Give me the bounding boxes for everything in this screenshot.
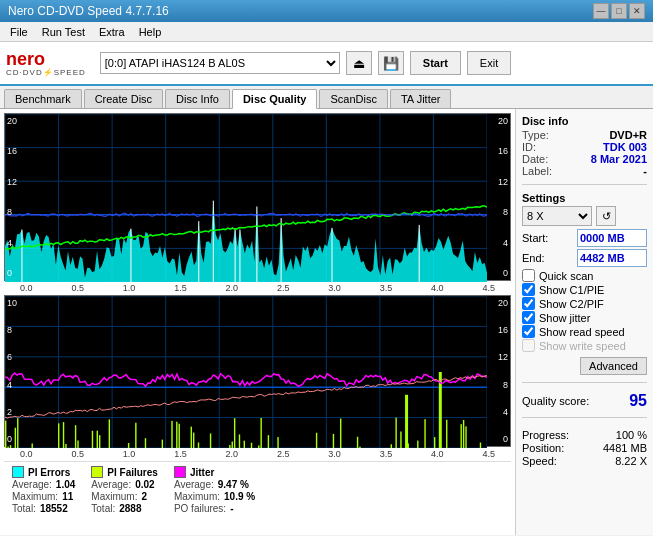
progress-value: 100 % [616,429,647,441]
title-bar-buttons: — □ ✕ [593,3,645,19]
main-content: 201612840 201612840 0.00.51.01.52.0 2.53… [0,109,653,535]
pi-failures-color [91,466,103,478]
c1pie-checkbox[interactable] [522,283,535,296]
write-speed-label: Show write speed [539,340,626,352]
type-label: Type: [522,129,549,141]
pi-failures-avg-value: 0.02 [135,479,154,490]
pi-errors-total-label: Total: [12,503,36,514]
c2pif-label: Show C2/PIF [539,298,604,310]
pi-failures-max-label: Maximum: [91,491,137,502]
quality-score-value: 95 [629,392,647,410]
checkbox-quick-scan: Quick scan [522,269,647,282]
pi-errors-color [12,466,24,478]
menu-bar: File Run Test Extra Help [0,22,653,42]
disc-label-label: Label: [522,165,552,177]
checkbox-c2pif: Show C2/PIF [522,297,647,310]
legend-area: PI Errors Average: 1.04 Maximum: 11 Tota… [4,461,511,518]
menu-help[interactable]: Help [133,24,168,40]
speed-row: 8 X Max 4 X 12 X 16 X ↺ [522,206,647,226]
date-value: 8 Mar 2021 [591,153,647,165]
id-label: ID: [522,141,536,153]
divider-2 [522,382,647,383]
charts-area: 201612840 201612840 0.00.51.01.52.0 2.53… [0,109,515,535]
speed-select[interactable]: 8 X Max 4 X 12 X 16 X [522,206,592,226]
progress-label: Progress: [522,429,569,441]
menu-file[interactable]: File [4,24,34,40]
jitter-max-label: Maximum: [174,491,220,502]
pi-errors-total-value: 18552 [40,503,68,514]
right-panel: Disc info Type: DVD+R ID: TDK 003 Date: … [515,109,653,535]
logo: nero CD·DVD⚡SPEED [6,50,86,77]
pi-failures-total-value: 2888 [119,503,141,514]
disc-info-title: Disc info [522,115,647,127]
speed-value: 8.22 X [615,455,647,467]
position-label: Position: [522,442,564,454]
advanced-button[interactable]: Advanced [580,357,647,375]
checkbox-read-speed: Show read speed [522,325,647,338]
disc-info-section: Disc info Type: DVD+R ID: TDK 003 Date: … [522,115,647,177]
read-speed-label: Show read speed [539,326,625,338]
pi-errors-avg-value: 1.04 [56,479,75,490]
nero-sub: CD·DVD⚡SPEED [6,68,86,77]
exit-button[interactable]: Exit [467,51,511,75]
quality-score-label: Quality score: [522,395,589,407]
settings-title: Settings [522,192,647,204]
pi-errors-max-label: Maximum: [12,491,58,502]
checkbox-c1pie: Show C1/PIE [522,283,647,296]
minimize-button[interactable]: — [593,3,609,19]
type-value: DVD+R [609,129,647,141]
date-label: Date: [522,153,548,165]
tab-benchmark[interactable]: Benchmark [4,89,82,108]
pi-errors-max-value: 11 [62,491,73,502]
progress-section: Progress: 100 % Position: 4481 MB Speed:… [522,429,647,468]
nero-logo: nero [6,50,86,68]
read-speed-checkbox[interactable] [522,325,535,338]
disc-label-value: - [643,165,647,177]
jitter-po-value: - [230,503,233,514]
menu-extra[interactable]: Extra [93,24,131,40]
jitter-title: Jitter [190,467,214,478]
tab-disc-info[interactable]: Disc Info [165,89,230,108]
tab-create-disc[interactable]: Create Disc [84,89,163,108]
jitter-max-value: 10.9 % [224,491,255,502]
title-bar: Nero CD-DVD Speed 4.7.7.16 — □ ✕ [0,0,653,22]
c2pif-checkbox[interactable] [522,297,535,310]
top-chart-x-axis: 0.00.51.01.52.0 2.53.03.54.04.5 [4,281,511,295]
jitter-avg-value: 9.47 % [218,479,249,490]
pi-failures-max-value: 2 [141,491,147,502]
checkbox-write-speed: Show write speed [522,339,647,352]
pi-errors-avg-label: Average: [12,479,52,490]
legend-jitter: Jitter Average: 9.47 % Maximum: 10.9 % P… [174,466,255,514]
tab-scan-disc[interactable]: ScanDisc [319,89,387,108]
end-label: End: [522,252,545,264]
quick-scan-label: Quick scan [539,270,593,282]
pi-errors-title: PI Errors [28,467,70,478]
end-input[interactable] [577,249,647,267]
jitter-po-label: PO failures: [174,503,226,514]
tab-ta-jitter[interactable]: TA Jitter [390,89,452,108]
pi-failures-total-label: Total: [91,503,115,514]
tab-disc-quality[interactable]: Disc Quality [232,89,318,109]
eject-button[interactable]: ⏏ [346,51,372,75]
start-button[interactable]: Start [410,51,461,75]
divider-1 [522,184,647,185]
drive-select[interactable]: [0:0] ATAPI iHAS124 B AL0S [100,52,340,74]
top-chart-y-right: 201612840 [498,114,508,280]
write-speed-checkbox [522,339,535,352]
checkbox-jitter: Show jitter [522,311,647,324]
position-value: 4481 MB [603,442,647,454]
speed-label: Speed: [522,455,557,467]
close-button[interactable]: ✕ [629,3,645,19]
app-title: Nero CD-DVD Speed 4.7.7.16 [8,4,169,18]
divider-3 [522,417,647,418]
jitter-checkbox[interactable] [522,311,535,324]
maximize-button[interactable]: □ [611,3,627,19]
quick-scan-checkbox[interactable] [522,269,535,282]
app-header: nero CD·DVD⚡SPEED [0:0] ATAPI iHAS124 B … [0,42,653,86]
refresh-button[interactable]: ↺ [596,206,616,226]
bottom-chart-x-axis: 0.00.51.01.52.0 2.53.03.54.04.5 [4,447,511,461]
menu-run-test[interactable]: Run Test [36,24,91,40]
start-input[interactable] [577,229,647,247]
tab-bar: Benchmark Create Disc Disc Info Disc Qua… [0,86,653,109]
save-button[interactable]: 💾 [378,51,404,75]
